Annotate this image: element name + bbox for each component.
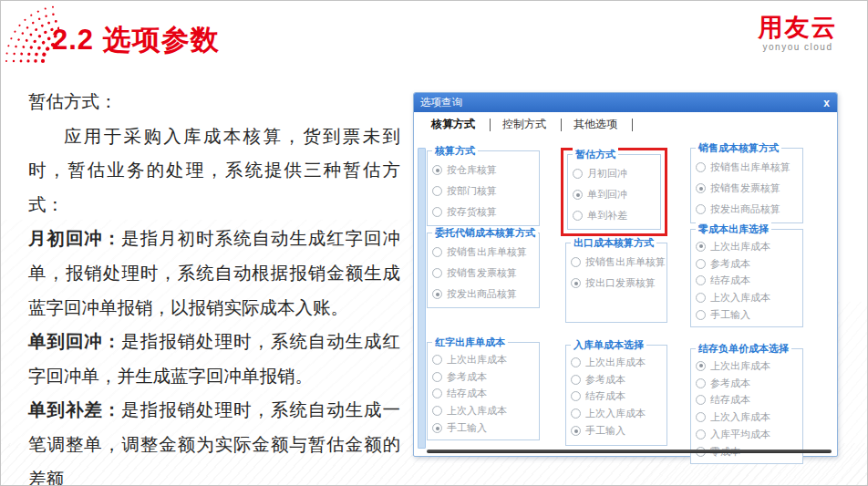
radio-label: 参考成本 xyxy=(710,377,750,390)
radio-icon[interactable] xyxy=(696,183,706,193)
paragraph: 单到补差：是指报销处理时，系统自动生成一笔调整单，调整金额为实际金额与暂估金额的… xyxy=(28,393,400,486)
radio-label: 参考成本 xyxy=(585,373,625,387)
radio-option-参考成本[interactable]: 参考成本 xyxy=(432,368,536,386)
radio-label: 结存成本 xyxy=(585,389,625,403)
dialog-column-1: 核算方式按仓库核算按部门核算按存货核算委托代销成本核算方式按销售出库单核算按销售… xyxy=(427,150,540,440)
radio-icon[interactable] xyxy=(696,204,706,214)
radio-icon[interactable] xyxy=(696,361,706,371)
radio-icon[interactable] xyxy=(571,257,581,267)
radio-icon[interactable] xyxy=(432,165,442,175)
radio-option-结存成本[interactable]: 结存成本 xyxy=(571,388,664,406)
radio-option-按发出商品核算[interactable]: 按发出商品核算 xyxy=(696,199,800,220)
text-segment: 单到补差： xyxy=(28,399,121,419)
radio-option-参考成本[interactable]: 参考成本 xyxy=(571,371,664,388)
radio-icon[interactable] xyxy=(571,426,581,436)
radio-icon[interactable] xyxy=(432,247,442,257)
radio-icon[interactable] xyxy=(571,278,581,288)
radio-icon[interactable] xyxy=(432,423,442,433)
radio-option-手工输入[interactable]: 手工输入 xyxy=(571,422,664,439)
text-segment: 月初回冲： xyxy=(28,228,121,248)
radio-label: 上次出库成本 xyxy=(585,356,646,369)
radio-icon[interactable] xyxy=(573,169,583,179)
radio-label: 按销售发票核算 xyxy=(710,181,780,195)
radio-option-参考成本[interactable]: 参考成本 xyxy=(696,375,800,392)
radio-option-参考成本[interactable]: 参考成本 xyxy=(696,255,800,273)
radio-option-上次入库成本[interactable]: 上次入库成本 xyxy=(696,408,800,426)
dialog-titlebar: 选项查询 x xyxy=(414,93,837,112)
radio-option-结存成本[interactable]: 结存成本 xyxy=(696,273,800,290)
radio-option-按出口发票核算[interactable]: 按出口发票核算 xyxy=(571,273,664,294)
radio-option-按部门核算[interactable]: 按部门核算 xyxy=(432,181,536,202)
tab-核算方式[interactable]: 核算方式 xyxy=(429,117,477,132)
radio-icon[interactable] xyxy=(696,310,706,320)
radio-option-按销售出库单核算[interactable]: 按销售出库单核算 xyxy=(696,157,800,178)
group-title: 出口成本核算方式 xyxy=(571,236,656,249)
radio-option-上次入库成本[interactable]: 上次入库成本 xyxy=(571,405,664,422)
radio-option-按存货核算[interactable]: 按存货核算 xyxy=(432,202,536,222)
radio-icon[interactable] xyxy=(571,391,581,401)
radio-icon[interactable] xyxy=(696,293,706,303)
close-icon[interactable]: x xyxy=(823,98,830,109)
radio-icon[interactable] xyxy=(696,259,706,269)
radio-label: 上次入库成本 xyxy=(710,410,770,424)
radio-label: 按部门核算 xyxy=(447,184,497,198)
radio-icon[interactable] xyxy=(571,375,581,385)
radio-option-单到补差[interactable]: 单到补差 xyxy=(573,205,657,226)
radio-option-按销售出库单核算[interactable]: 按销售出库单核算 xyxy=(432,242,536,263)
radio-option-按发出商品核算[interactable]: 按发出商品核算 xyxy=(432,284,536,305)
dialog-column-2: 暂估方式月初回冲单到回冲单到补差出口成本核算方式按销售出库单核算按出口发票核算入… xyxy=(561,148,667,446)
radio-label: 按销售出库单核算 xyxy=(710,160,790,174)
radio-label: 月初回冲 xyxy=(587,167,627,181)
radio-icon[interactable] xyxy=(696,429,706,439)
radio-icon[interactable] xyxy=(696,395,706,405)
text-segment: 单到回冲： xyxy=(28,331,121,351)
radio-option-上次出库成本[interactable]: 上次出库成本 xyxy=(432,351,536,368)
radio-option-按销售出库单核算[interactable]: 按销售出库单核算 xyxy=(571,252,664,273)
paragraph: 应用于采购入库成本核算，货到票未到时，暂估业务的处理，系统提供三种暂估方式： xyxy=(28,119,400,222)
group-销售成本核算方式: 销售成本核算方式按销售出库单核算按销售发票核算按发出商品核算 xyxy=(690,148,803,223)
yonyou-logo: 用友云 yonyou cloud xyxy=(743,14,852,52)
radio-label: 参考成本 xyxy=(710,257,750,271)
radio-option-按销售发票核算[interactable]: 按销售发票核算 xyxy=(432,263,536,284)
tab-控制方式[interactable]: 控制方式 xyxy=(501,117,548,132)
radio-icon[interactable] xyxy=(696,242,706,252)
radio-icon[interactable] xyxy=(571,357,581,367)
radio-option-按仓库核算[interactable]: 按仓库核算 xyxy=(432,160,536,181)
radio-icon[interactable] xyxy=(696,275,706,285)
tab-其他选项[interactable]: 其他选项 xyxy=(572,117,619,132)
radio-icon[interactable] xyxy=(432,268,442,278)
page-title: 2.2 选项参数 xyxy=(52,21,220,59)
radio-option-上次入库成本[interactable]: 上次入库成本 xyxy=(696,289,800,306)
radio-icon[interactable] xyxy=(432,388,442,398)
radio-icon[interactable] xyxy=(571,408,581,419)
radio-icon[interactable] xyxy=(573,211,583,221)
radio-option-上次出库成本[interactable]: 上次出库成本 xyxy=(696,357,800,375)
radio-option-入库平均成本[interactable]: 入库平均成本 xyxy=(696,426,800,443)
radio-option-手工输入[interactable]: 手工输入 xyxy=(696,306,800,324)
radio-icon[interactable] xyxy=(432,355,442,365)
radio-option-结存成本[interactable]: 结存成本 xyxy=(696,392,800,409)
group-零成本出库选择: 零成本出库选择上次出库成本参考成本结存成本上次入库成本手工输入 xyxy=(690,229,803,327)
radio-option-按销售发票核算[interactable]: 按销售发票核算 xyxy=(696,178,800,199)
radio-option-上次入库成本[interactable]: 上次入库成本 xyxy=(432,402,536,419)
radio-icon[interactable] xyxy=(432,372,442,382)
radio-option-上次出库成本[interactable]: 上次出库成本 xyxy=(696,238,800,255)
radio-option-结存成本[interactable]: 结存成本 xyxy=(432,386,536,403)
radio-icon[interactable] xyxy=(432,289,442,299)
vertical-scrollbar[interactable] xyxy=(418,148,426,449)
radio-icon[interactable] xyxy=(696,378,706,388)
radio-option-单到回冲[interactable]: 单到回冲 xyxy=(573,184,657,205)
radio-icon[interactable] xyxy=(573,190,583,200)
slide: 2.2 选项参数 用友云 yonyou cloud 暂估方式：应用于采购入库成本… xyxy=(0,0,868,486)
radio-option-手工输入[interactable]: 手工输入 xyxy=(432,419,536,437)
radio-icon[interactable] xyxy=(432,207,442,217)
radio-icon[interactable] xyxy=(696,162,706,172)
radio-option-月初回冲[interactable]: 月初回冲 xyxy=(573,163,657,184)
radio-label: 上次入库成本 xyxy=(710,291,770,305)
radio-option-上次出库成本[interactable]: 上次出库成本 xyxy=(571,354,664,371)
radio-icon[interactable] xyxy=(432,406,442,416)
radio-icon[interactable] xyxy=(432,186,442,196)
group-title: 委托代销成本核算方式 xyxy=(432,226,538,239)
radio-icon[interactable] xyxy=(696,412,706,422)
horizontal-scrollbar[interactable] xyxy=(427,450,832,453)
